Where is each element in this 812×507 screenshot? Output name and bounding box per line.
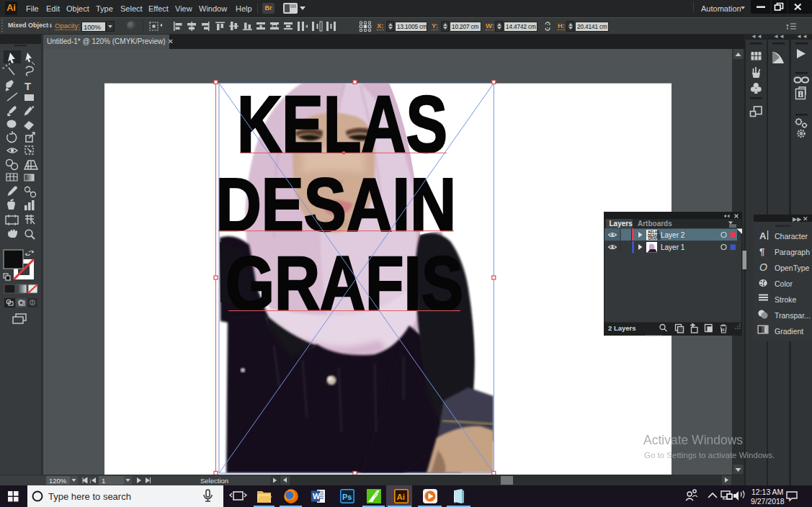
svg-text:Layer 2: Layer 2 xyxy=(661,231,685,239)
svg-text:◄◄: ◄◄ xyxy=(796,35,808,40)
svg-text:Selection: Selection xyxy=(200,477,228,485)
svg-text:W: W xyxy=(313,492,321,501)
svg-text:DESAIN: DESAIN xyxy=(215,163,456,246)
svg-text:Type here to search: Type here to search xyxy=(48,491,131,502)
svg-text:◄◄: ◄◄ xyxy=(751,35,762,40)
svg-text:2 Layers: 2 Layers xyxy=(608,324,636,332)
svg-text:Color: Color xyxy=(775,279,793,288)
svg-text:Character: Character xyxy=(775,232,808,241)
svg-text:OpenType: OpenType xyxy=(775,264,810,272)
svg-text:Ai: Ai xyxy=(396,493,405,501)
svg-text:Artboards: Artboards xyxy=(638,220,672,228)
svg-text:T: T xyxy=(24,80,31,92)
svg-text:GRAFIS: GRAFIS xyxy=(226,241,463,326)
svg-text:Transpar...: Transpar... xyxy=(775,311,811,320)
svg-text:120%: 120% xyxy=(49,477,67,485)
svg-text:A: A xyxy=(759,230,767,241)
svg-text:KELAS: KELAS xyxy=(237,80,447,169)
svg-text:¶: ¶ xyxy=(759,246,764,257)
svg-text:▶▶: ▶▶ xyxy=(793,216,802,223)
svg-text:GRAFIS: GRAFIS xyxy=(648,237,661,241)
svg-text:Layers: Layers xyxy=(610,220,633,228)
svg-text:Stroke: Stroke xyxy=(775,295,797,304)
svg-text:O: O xyxy=(759,261,767,273)
svg-text:12:13 AM: 12:13 AM xyxy=(751,488,783,496)
svg-text:9/27/2018: 9/27/2018 xyxy=(751,497,785,506)
svg-text:✕: ✕ xyxy=(803,215,808,223)
svg-text:Layer 1: Layer 1 xyxy=(661,243,685,251)
svg-text:Gradient: Gradient xyxy=(775,327,803,336)
svg-text:Ps: Ps xyxy=(342,493,352,501)
svg-text:Paragraph: Paragraph xyxy=(775,248,810,256)
svg-text:◄◄: ◄◄ xyxy=(773,35,785,40)
svg-text:1: 1 xyxy=(102,477,105,485)
